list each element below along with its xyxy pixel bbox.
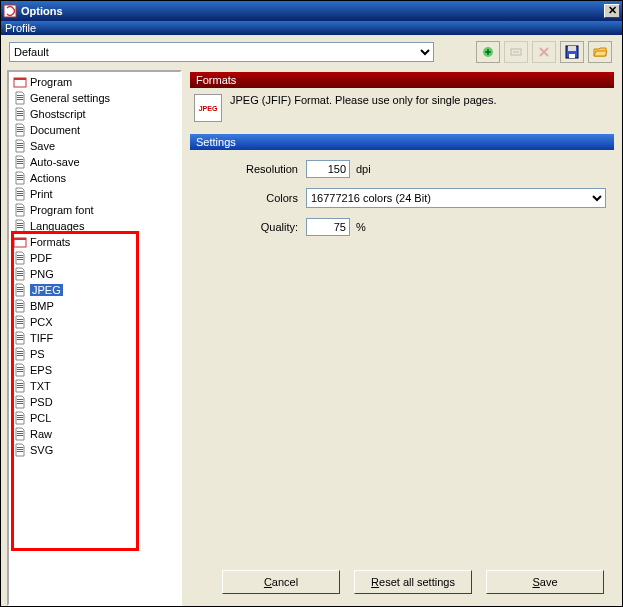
document-icon xyxy=(13,107,27,121)
svg-rect-48 xyxy=(17,307,23,308)
tree-group-formats[interactable]: Formats xyxy=(11,234,180,250)
tree-item-auto-save[interactable]: Auto-save xyxy=(11,154,180,170)
tree-item-pcx[interactable]: PCX xyxy=(11,314,180,330)
tree-item-ps[interactable]: PS xyxy=(11,346,180,362)
tree-label: Ghostscript xyxy=(30,108,86,120)
tree-label: PCX xyxy=(30,316,53,328)
tree-item-save[interactable]: Save xyxy=(11,138,180,154)
resolution-unit: dpi xyxy=(356,163,371,175)
document-icon xyxy=(13,139,27,153)
document-icon xyxy=(13,203,27,217)
svg-rect-14 xyxy=(17,127,23,128)
svg-rect-61 xyxy=(17,383,23,384)
settings-header: Settings xyxy=(190,134,614,150)
document-icon xyxy=(13,315,27,329)
svg-rect-38 xyxy=(17,257,23,258)
svg-rect-28 xyxy=(17,195,23,196)
svg-rect-66 xyxy=(17,403,23,404)
tree-item-print[interactable]: Print xyxy=(11,186,180,202)
quality-unit: % xyxy=(356,221,366,233)
tree-label: PDF xyxy=(30,252,52,264)
svg-rect-74 xyxy=(17,449,23,450)
tree-item-document[interactable]: Document xyxy=(11,122,180,138)
resolution-input[interactable] xyxy=(306,160,350,178)
colors-label: Colors xyxy=(198,192,298,204)
tree-label: TIFF xyxy=(30,332,53,344)
tree-label: Formats xyxy=(30,236,70,248)
tree-label: Languages xyxy=(30,220,84,232)
svg-rect-17 xyxy=(17,143,23,144)
document-icon xyxy=(13,411,27,425)
svg-rect-45 xyxy=(17,291,23,292)
svg-rect-55 xyxy=(17,351,23,352)
cancel-button[interactable]: Cancel xyxy=(222,570,340,594)
reset-button[interactable]: Reset all settings xyxy=(354,570,472,594)
profile-add-button[interactable] xyxy=(476,41,500,63)
tree-label: SVG xyxy=(30,444,53,456)
jpeg-format-icon: JPEG xyxy=(194,94,222,122)
titlebar: Options ✕ xyxy=(1,1,622,21)
svg-rect-65 xyxy=(17,401,23,402)
tree-item-psd[interactable]: PSD xyxy=(11,394,180,410)
tree-item-pdf[interactable]: PDF xyxy=(11,250,180,266)
svg-rect-27 xyxy=(17,193,23,194)
tree-group-program[interactable]: Program xyxy=(11,74,180,90)
profile-section-label: Profile xyxy=(1,21,622,35)
window-close-button[interactable]: ✕ xyxy=(604,4,620,18)
tree-item-svg[interactable]: SVG xyxy=(11,442,180,458)
save-button[interactable]: Save xyxy=(486,570,604,594)
profile-save-button[interactable] xyxy=(560,41,584,63)
tree-item-raw[interactable]: Raw xyxy=(11,426,180,442)
tree-item-program-font[interactable]: Program font xyxy=(11,202,180,218)
svg-rect-42 xyxy=(17,275,23,276)
quality-input[interactable] xyxy=(306,218,350,236)
svg-rect-51 xyxy=(17,323,23,324)
tree-item-tiff[interactable]: TIFF xyxy=(11,330,180,346)
svg-rect-41 xyxy=(17,273,23,274)
tree-item-ghostscript[interactable]: Ghostscript xyxy=(11,106,180,122)
svg-rect-62 xyxy=(17,385,23,386)
tree-item-general-settings[interactable]: General settings xyxy=(11,90,180,106)
tree-item-eps[interactable]: EPS xyxy=(11,362,180,378)
svg-rect-52 xyxy=(17,335,23,336)
tree-item-bmp[interactable]: BMP xyxy=(11,298,180,314)
tree-item-languages[interactable]: Languages xyxy=(11,218,180,234)
svg-rect-50 xyxy=(17,321,23,322)
svg-rect-46 xyxy=(17,303,23,304)
svg-rect-60 xyxy=(17,371,23,372)
profile-open-button[interactable] xyxy=(588,41,612,63)
window-title: Options xyxy=(21,5,604,17)
svg-rect-40 xyxy=(17,271,23,272)
svg-rect-36 xyxy=(14,238,26,240)
tree-label: Save xyxy=(30,140,55,152)
colors-dropdown[interactable]: 16777216 colors (24 Bit) xyxy=(306,188,606,208)
tree-item-txt[interactable]: TXT xyxy=(11,378,180,394)
tree-label: Document xyxy=(30,124,80,136)
svg-rect-30 xyxy=(17,209,23,210)
document-icon xyxy=(13,187,27,201)
svg-rect-9 xyxy=(17,97,23,98)
nav-tree[interactable]: ProgramGeneral settingsGhostscriptDocume… xyxy=(7,70,182,606)
tree-item-jpeg[interactable]: JPEG xyxy=(11,282,180,298)
svg-rect-11 xyxy=(17,111,23,112)
svg-rect-70 xyxy=(17,431,23,432)
tree-item-png[interactable]: PNG xyxy=(11,266,180,282)
svg-rect-34 xyxy=(17,227,23,228)
profile-dropdown[interactable]: Default xyxy=(9,42,434,62)
svg-rect-73 xyxy=(17,447,23,448)
tree-item-actions[interactable]: Actions xyxy=(11,170,180,186)
svg-rect-29 xyxy=(17,207,23,208)
tree-item-pcl[interactable]: PCL xyxy=(11,410,180,426)
svg-rect-68 xyxy=(17,417,23,418)
main-content: ProgramGeneral settingsGhostscriptDocume… xyxy=(1,70,622,606)
formats-header: Formats xyxy=(190,72,614,88)
svg-rect-19 xyxy=(17,147,23,148)
svg-rect-21 xyxy=(17,161,23,162)
document-icon xyxy=(13,379,27,393)
svg-rect-72 xyxy=(17,435,23,436)
svg-rect-24 xyxy=(17,177,23,178)
svg-rect-25 xyxy=(17,179,23,180)
svg-rect-56 xyxy=(17,353,23,354)
svg-rect-59 xyxy=(17,369,23,370)
settings-body: Resolution dpi Colors 16777216 colors (2… xyxy=(190,150,614,256)
